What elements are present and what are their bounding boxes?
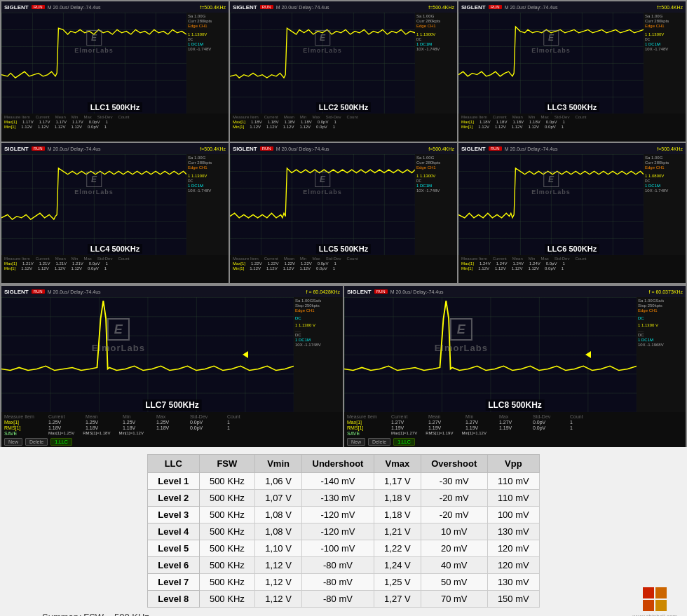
table-cell: Level 5 bbox=[148, 540, 200, 557]
table-cell: 1,07 V bbox=[255, 490, 302, 507]
scope-display-5: E ElmorLabs bbox=[230, 154, 415, 255]
col-header-vmax: Vmax bbox=[374, 455, 421, 473]
table-row: Level 3500 KHz1,08 V-120 mV1,18 V-20 mV1… bbox=[148, 507, 540, 523]
table-cell: 1,08 V bbox=[255, 507, 302, 523]
table-cell: Level 1 bbox=[148, 473, 200, 490]
run-badge-5: RUN bbox=[260, 146, 273, 151]
table-cell: 120 mV bbox=[487, 540, 539, 557]
scope-panel-llc3[interactable]: SIGLENT RUN M 20.0us/ Delay:-74.4us f=50… bbox=[458, 1, 686, 142]
table-cell: 130 mV bbox=[487, 523, 539, 540]
scope-label-llc8: LLC8 500KHz bbox=[485, 399, 545, 411]
scope-right-2: Sa 1.00G Curr 280kpts Edge CH1 1 1.1300V… bbox=[415, 13, 457, 114]
scope-measurements-6: Measure ItemCurrentMeanMinMaxStd-DevCoun… bbox=[458, 255, 686, 283]
table-cell: -120 mV bbox=[302, 507, 374, 523]
col-header-fsw: FSW bbox=[199, 455, 254, 473]
scope-panel-llc8[interactable]: SIGLENT RUN M 20.0us/ Delay:-74.4us f = … bbox=[344, 286, 686, 447]
header-freq-5: f=500.4KHz bbox=[428, 146, 454, 151]
scope-display-6: E ElmorLabs bbox=[458, 154, 644, 255]
table-cell: -120 mV bbox=[302, 523, 374, 540]
trigger-btn-7[interactable]: 1.LLC bbox=[50, 438, 72, 446]
scope-label-llc6: LLC6 500KHz bbox=[545, 244, 599, 254]
scope-display-3: E ElmorLabs bbox=[458, 13, 644, 114]
table-cell: 40 mV bbox=[421, 557, 487, 574]
table-cell: 1,06 V bbox=[255, 473, 302, 490]
table-cell: 1,22 V bbox=[374, 540, 421, 557]
table-row: Level 7500 KHz1,12 V-80 mV1,25 V50 mV130… bbox=[148, 574, 540, 591]
table-cell: Level 6 bbox=[148, 557, 200, 574]
table-cell: 150 mV bbox=[487, 591, 539, 608]
scope-measurements-5: Measure ItemCurrentMeanMinMaxStd-DevCoun… bbox=[230, 255, 457, 283]
scope-right-6: Sa 1.00G Curr 280kpts Edge CH1 1 1.0800V… bbox=[644, 154, 686, 255]
watermark-container: www.chiphell.com bbox=[632, 587, 677, 616]
scope-display-1: E ElmorLabs bbox=[1, 13, 186, 114]
header-freq-6: f=500.4KHz bbox=[657, 146, 683, 151]
table-cell: 1,27 V bbox=[374, 591, 421, 608]
scope-right-3: Sa 1.00G Curr 280kpts Edge CH1 1 1.1300V… bbox=[644, 13, 686, 114]
table-cell: 1,21 V bbox=[374, 523, 421, 540]
header-freq-8: f = 60.0373KHz bbox=[649, 289, 683, 294]
siglent-logo-5: SIGLENT bbox=[233, 146, 257, 152]
table-cell: -80 mV bbox=[302, 574, 374, 591]
table-row: Level 6500 KHz1,12 V-80 mV1,24 V40 mV120… bbox=[148, 557, 540, 574]
data-section: LLC FSW Vmin Undershoot Vmax Overshoot V… bbox=[0, 447, 687, 616]
table-cell: 50 mV bbox=[421, 574, 487, 591]
header-info-8: M 20.0us/ Delay:-74.4us bbox=[390, 289, 649, 294]
scope-panel-llc6[interactable]: SIGLENT RUN M 20.0us/ Delay:-74.4us f=50… bbox=[458, 143, 686, 283]
table-cell: 500 KHz bbox=[199, 523, 254, 540]
header-info-7: M 20.0us/ Delay:-74.4us bbox=[48, 289, 306, 294]
scope-panel-llc5[interactable]: SIGLENT RUN M 20.0us/ Delay:-74.4us f=50… bbox=[230, 143, 457, 283]
delete-btn-8[interactable]: Delete bbox=[368, 438, 390, 446]
scope-right-4: Sa 1.00G Curr 280kpts Edge CH1 1 1.1300V… bbox=[186, 154, 229, 255]
chip-sq-tl bbox=[643, 587, 654, 598]
new-btn-8[interactable]: New bbox=[347, 438, 365, 446]
table-cell: 1,12 V bbox=[255, 591, 302, 608]
table-cell: -130 mV bbox=[302, 490, 374, 507]
scope-display-2: E ElmorLabs bbox=[230, 13, 415, 114]
table-cell: 500 KHz bbox=[199, 507, 254, 523]
table-cell: 1,18 V bbox=[374, 490, 421, 507]
col-header-overshoot: Overshoot bbox=[421, 455, 487, 473]
scope-panel-llc1[interactable]: SIGLENT RUN M 20.0us/ Delay:-74.4us f=50… bbox=[1, 1, 229, 142]
new-btn-7[interactable]: New bbox=[4, 438, 22, 446]
scope-panel-llc4[interactable]: SIGLENT RUN M 20.0us/ Delay:-74.4us f=50… bbox=[1, 143, 229, 283]
scope-panel-llc2[interactable]: SIGLENT RUN M 20.0us/ Delay:-74.4us f=50… bbox=[230, 1, 457, 142]
summary-text: Summary FSW = 500 KHz bbox=[14, 612, 149, 616]
scope-right-8: Sa 1.00GSa/s Stsp 250kpts Edge CH1 DC 1 … bbox=[637, 297, 686, 412]
table-cell: 500 KHz bbox=[199, 490, 254, 507]
table-cell: Level 2 bbox=[148, 490, 200, 507]
table-row: Level 2500 KHz1,07 V-130 mV1,18 V-20 mV1… bbox=[148, 490, 540, 507]
scope-display-8: E ElmorLabs bbox=[344, 297, 637, 412]
col-header-vpp: Vpp bbox=[487, 455, 539, 473]
watermark-url: www.chiphell.com bbox=[632, 613, 677, 616]
table-cell: Level 4 bbox=[148, 523, 200, 540]
table-cell: 1,25 V bbox=[374, 574, 421, 591]
delete-btn-7[interactable]: Delete bbox=[25, 438, 48, 446]
scope-panel-llc7[interactable]: SIGLENT RUN M 20.0us/ Delay:-74.4us f = … bbox=[1, 286, 343, 447]
trigger-btn-8[interactable]: 1.LLC bbox=[393, 438, 415, 446]
scope-display-7: E ElmorLabs bbox=[1, 297, 294, 412]
nav-buttons-8: New Delete 1.LLC bbox=[347, 438, 415, 446]
siglent-logo-6: SIGLENT bbox=[461, 146, 486, 152]
scope-measurements-2: Measure ItemCurrentMeanMinMaxStd-DevCoun… bbox=[230, 114, 457, 142]
table-cell: 1,12 V bbox=[255, 557, 302, 574]
table-cell: -20 mV bbox=[421, 490, 487, 507]
header-info-3: M 20.0us/ Delay:-74.4us bbox=[505, 5, 658, 10]
main-container: SIGLENT RUN M 20.0us/ Delay:-74.4us f=50… bbox=[0, 0, 687, 616]
table-cell: 20 mV bbox=[421, 540, 487, 557]
header-info-6: M 20.0us/ Delay:-74.4us bbox=[505, 146, 658, 151]
header-freq-4: f=500.4KHz bbox=[200, 146, 226, 151]
table-cell: 130 mV bbox=[487, 574, 539, 591]
header-freq-2: f=500.4KHz bbox=[428, 5, 454, 10]
table-cell: Level 3 bbox=[148, 507, 200, 523]
scope-display-4: E ElmorLabs bbox=[1, 154, 186, 255]
table-cell: 110 mV bbox=[487, 490, 539, 507]
header-freq-7: f = 60.0428KHz bbox=[306, 289, 340, 294]
header-freq-3: f=500.4KHz bbox=[657, 5, 683, 10]
table-cell: 1,10 V bbox=[255, 540, 302, 557]
table-cell: 1,17 V bbox=[374, 473, 421, 490]
chip-sq-br bbox=[655, 600, 667, 611]
scope-grid-bottom: SIGLENT RUN M 20.0us/ Delay:-74.4us f = … bbox=[0, 285, 687, 447]
table-cell: 1,18 V bbox=[374, 507, 421, 523]
table-cell: 500 KHz bbox=[199, 540, 254, 557]
scope-measurements-3: Measure ItemCurrentMeanMinMaxStd-DevCoun… bbox=[458, 114, 686, 142]
